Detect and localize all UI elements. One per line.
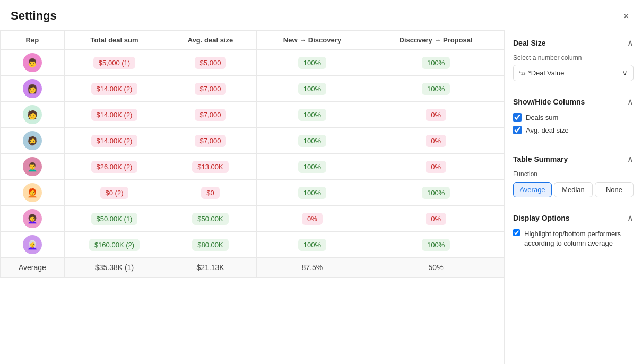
summary-cell: 50% [368, 258, 504, 278]
show-hide-row: Avg. deal size [513, 126, 634, 134]
deal-value-dropdown[interactable]: ¹₂₃ *Deal Value ∨ [513, 65, 634, 81]
avatar: 🧑 [23, 105, 42, 124]
total-deal-sum-cell: $0 (2) [64, 180, 164, 206]
function-buttons: AverageMedianNone [513, 182, 634, 197]
summary-row: Average$35.38K (1)$21.13K87.5%50% [1, 258, 504, 278]
discovery-proposal-badge: 0% [426, 161, 446, 173]
avatar: 🧔 [23, 131, 42, 150]
avatar: 👩‍🦳 [23, 235, 42, 254]
modal-title: Settings [11, 9, 57, 23]
display-options-title: Display Options [513, 214, 570, 222]
total-deal-sum-cell: $50.00K (1) [64, 206, 164, 232]
discovery-proposal-badge: 0% [426, 109, 446, 121]
discovery-proposal-badge: 0% [426, 135, 446, 147]
highlight-option-row: Highlight top/bottom performers accordin… [513, 229, 634, 248]
avg-deal-badge: $0 [201, 187, 219, 199]
new-discovery-cell: 100% [256, 76, 368, 102]
avg-deal-size-cell: $7,000 [164, 128, 256, 154]
discovery-proposal-cell: 100% [368, 50, 504, 76]
avg-deal-badge: $7,000 [195, 83, 227, 95]
total-deal-badge: $0 (2) [100, 187, 129, 199]
table-row: 👩$14.00K (2)$7,000100%100% [1, 76, 504, 102]
number-icon: ¹₂₃ [519, 70, 525, 76]
close-button[interactable]: × [621, 8, 631, 23]
avg-deal-size-cell: $13.00K [164, 154, 256, 180]
col-total-deal-sum: Total deal sum [64, 31, 164, 50]
table-summary-header[interactable]: Table Summary ∧ [513, 154, 634, 164]
discovery-proposal-cell: 0% [368, 154, 504, 180]
table-row: 👩‍🦳$160.00K (2)$80.00K100%100% [1, 232, 504, 258]
display-options-header[interactable]: Display Options ∧ [513, 213, 634, 223]
discovery-proposal-badge: 100% [422, 187, 450, 199]
rep-cell: 🧔 [1, 128, 65, 154]
summary-cell: Average [1, 258, 65, 278]
total-deal-sum-cell: $26.00K (2) [64, 154, 164, 180]
function-button-none[interactable]: None [595, 182, 634, 197]
show-hide-chevron: ∧ [627, 97, 634, 107]
dropdown-chevron-icon: ∨ [622, 69, 628, 77]
avg-deal-badge: $5,000 [195, 57, 227, 69]
total-deal-sum-cell: $14.00K (2) [64, 128, 164, 154]
summary-cell: $21.13K [164, 258, 256, 278]
display-options-section: Display Options ∧ Highlight top/bottom p… [505, 205, 642, 256]
new-discovery-cell: 100% [256, 180, 368, 206]
deal-size-header[interactable]: Deal Size ∧ [513, 38, 634, 48]
discovery-proposal-badge: 100% [422, 239, 450, 251]
table-row: 🧔$14.00K (2)$7,000100%0% [1, 128, 504, 154]
column-checkbox-label: Avg. deal size [526, 126, 569, 134]
discovery-proposal-cell: 100% [368, 76, 504, 102]
avg-deal-badge: $7,000 [195, 135, 227, 147]
avg-deal-badge: $80.00K [192, 239, 228, 251]
total-deal-badge: $160.00K (2) [89, 239, 140, 251]
avg-deal-size-cell: $50.00K [164, 206, 256, 232]
new-discovery-badge: 0% [302, 213, 323, 225]
new-discovery-badge: 100% [298, 83, 326, 95]
total-deal-badge: $14.00K (2) [91, 135, 138, 147]
show-hide-header[interactable]: Show/Hide Columns ∧ [513, 97, 634, 107]
discovery-proposal-cell: 100% [368, 232, 504, 258]
show-hide-section: Show/Hide Columns ∧ Deals sumAvg. deal s… [505, 89, 642, 146]
show-hide-row: Deals sum [513, 113, 634, 122]
avg-deal-size-cell: $80.00K [164, 232, 256, 258]
avg-deal-size-cell: $7,000 [164, 76, 256, 102]
discovery-proposal-badge: 100% [422, 83, 450, 95]
avatar: 👩 [23, 79, 42, 98]
sidebar: Deal Size ∧ Select a number column ¹₂₃ *… [504, 30, 642, 364]
deal-size-chevron: ∧ [627, 38, 634, 48]
highlight-checkbox[interactable] [513, 229, 520, 236]
discovery-proposal-badge: 100% [422, 57, 450, 69]
avg-deal-size-cell: $7,000 [164, 102, 256, 128]
avatar: 🧑‍🦰 [23, 183, 42, 202]
function-label: Function [513, 170, 634, 178]
discovery-proposal-badge: 0% [426, 213, 446, 225]
select-column-label: Select a number column [513, 54, 634, 62]
new-discovery-cell: 0% [256, 206, 368, 232]
new-discovery-badge: 100% [298, 57, 326, 69]
discovery-proposal-cell: 0% [368, 128, 504, 154]
deal-size-section: Deal Size ∧ Select a number column ¹₂₃ *… [505, 30, 642, 89]
table-row: 👨‍🦱$26.00K (2)$13.00K100%0% [1, 154, 504, 180]
total-deal-sum-cell: $14.00K (2) [64, 102, 164, 128]
function-button-average[interactable]: Average [513, 182, 552, 197]
avg-deal-badge: $50.00K [192, 213, 228, 225]
table-header-row: Rep Total deal sum Avg. deal size New → … [1, 31, 504, 50]
show-hide-title: Show/Hide Columns [513, 98, 585, 106]
rep-cell: 🧑‍🦰 [1, 180, 65, 206]
modal-header: Settings × [0, 0, 642, 30]
column-checkbox[interactable] [513, 126, 522, 134]
avatar: 👨 [23, 53, 42, 72]
total-deal-sum-cell: $14.00K (2) [64, 76, 164, 102]
column-checkbox-label: Deals sum [526, 114, 558, 122]
table-row: 🧑$14.00K (2)$7,000100%0% [1, 102, 504, 128]
new-discovery-cell: 100% [256, 102, 368, 128]
rep-cell: 👩‍🦱 [1, 206, 65, 232]
discovery-proposal-cell: 0% [368, 102, 504, 128]
avatar: 👩‍🦱 [23, 209, 42, 228]
deal-value-selected: *Deal Value [528, 69, 565, 77]
table-row: 👨$5,000 (1)$5,000100%100% [1, 50, 504, 76]
column-checkbox[interactable] [513, 113, 522, 122]
function-button-median[interactable]: Median [554, 182, 593, 197]
table-summary-title: Table Summary [513, 155, 568, 163]
new-discovery-badge: 100% [298, 187, 326, 199]
col-discovery-proposal: Discovery → Proposal [368, 31, 504, 50]
